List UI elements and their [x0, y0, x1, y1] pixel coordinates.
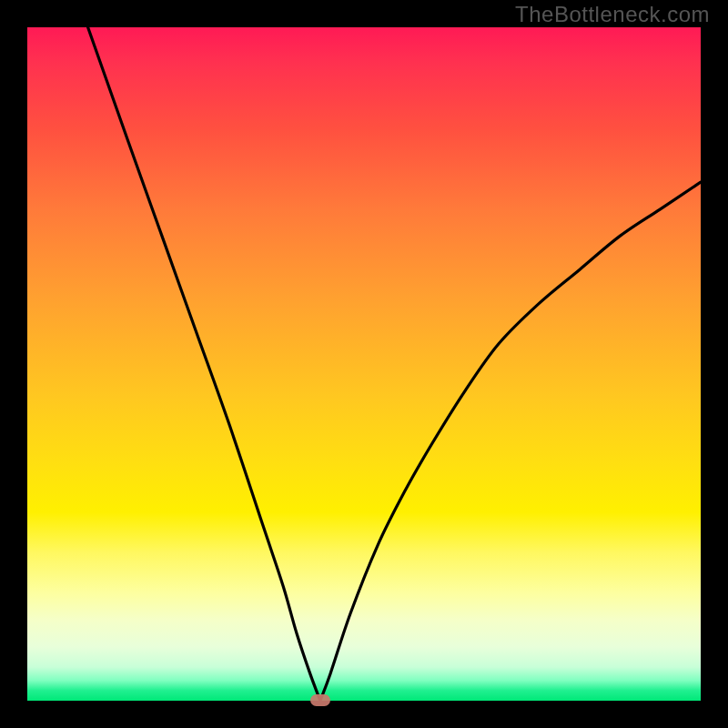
plot-area	[27, 27, 701, 701]
chart-frame: TheBottleneck.com	[0, 0, 728, 728]
minimum-marker	[310, 694, 330, 706]
bottleneck-curve	[27, 27, 701, 701]
watermark-text: TheBottleneck.com	[515, 2, 710, 27]
